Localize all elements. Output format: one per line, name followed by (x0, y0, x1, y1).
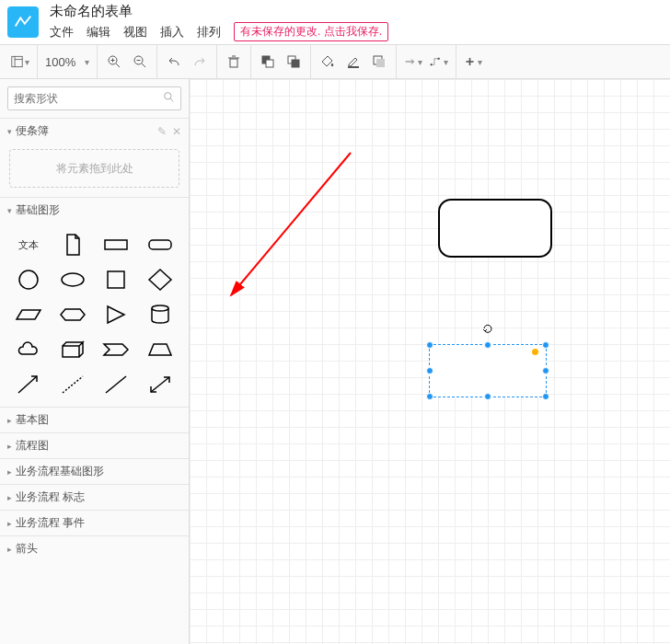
app-logo (7, 6, 39, 38)
resize-handle[interactable] (426, 367, 433, 374)
close-icon[interactable]: ✕ (172, 125, 181, 138)
scratchpad-dropzone[interactable]: 将元素拖到此处 (9, 149, 179, 188)
shape-diamond[interactable] (141, 265, 179, 294)
svg-line-41 (106, 376, 126, 393)
layout-button[interactable]: ▾ (11, 52, 29, 71)
menu-file[interactable]: 文件 (50, 24, 74, 40)
basic-shapes-grid: 文本 (0, 223, 189, 407)
scratchpad-header[interactable]: ▾ 便条簿 ✎ ✕ (0, 118, 189, 144)
shape-hexagon[interactable] (53, 300, 92, 329)
shape-cylinder[interactable] (141, 300, 179, 329)
document-title[interactable]: 未命名的表单 (50, 3, 388, 20)
svg-line-8 (142, 63, 145, 67)
rotate-handle[interactable] (482, 323, 493, 334)
panel-basic-diagram[interactable]: ▸基本图 (0, 407, 189, 432)
svg-point-30 (62, 273, 84, 286)
shape-text[interactable]: 文本 (9, 230, 48, 259)
shape-line[interactable] (98, 370, 136, 399)
resize-handle[interactable] (484, 393, 491, 400)
panel-flowchart[interactable]: ▸流程图 (0, 432, 189, 458)
svg-line-43 (231, 153, 351, 295)
svg-line-40 (63, 376, 83, 393)
edit-icon[interactable]: ✎ (157, 125, 167, 138)
shape-circle[interactable] (9, 265, 48, 294)
svg-marker-38 (149, 344, 171, 355)
annotation-arrow (217, 144, 364, 309)
svg-marker-32 (149, 270, 171, 290)
svg-marker-33 (17, 310, 40, 319)
canvas-shape-selected-rect[interactable] (429, 344, 547, 397)
shape-triangle[interactable] (98, 300, 136, 329)
resize-handle[interactable] (542, 341, 549, 349)
svg-point-22 (438, 58, 440, 60)
svg-line-39 (18, 376, 37, 393)
panel-basic-shapes[interactable]: ▾ 基础图形 (0, 197, 189, 223)
shape-parallelogram[interactable] (9, 300, 48, 329)
panel-arrows[interactable]: ▸箭头 (0, 535, 189, 561)
svg-rect-0 (12, 56, 22, 66)
shape-trapezoid[interactable] (141, 335, 179, 364)
resize-handle[interactable] (426, 393, 433, 400)
zoom-in-icon[interactable] (105, 52, 123, 71)
menu-view[interactable]: 视图 (123, 24, 147, 40)
shape-rounded-rect[interactable] (141, 230, 179, 259)
radius-handle[interactable] (532, 349, 538, 355)
toolbar: ▾ 100%▾ ▾ ▾ ▾ (0, 44, 670, 79)
shape-rectangle[interactable] (98, 230, 136, 259)
shape-page[interactable] (53, 230, 92, 259)
unsaved-notice[interactable]: 有未保存的更改. 点击我保存. (234, 22, 388, 41)
zoom-out-icon[interactable] (131, 52, 149, 71)
svg-rect-31 (108, 271, 124, 288)
delete-icon[interactable] (225, 52, 243, 71)
menu-arrange[interactable]: 排列 (197, 24, 221, 40)
svg-line-42 (151, 377, 169, 392)
menu-bar: 文件 编辑 视图 插入 排列 有未保存的更改. 点击我保存. (50, 22, 388, 41)
line-color-icon[interactable] (344, 52, 363, 71)
search-icon[interactable] (163, 91, 175, 106)
shape-square[interactable] (98, 265, 136, 294)
undo-icon[interactable] (165, 52, 183, 71)
to-front-icon[interactable] (259, 52, 277, 71)
svg-point-29 (19, 270, 38, 289)
resize-handle[interactable] (426, 341, 433, 349)
fill-color-icon[interactable] (318, 52, 337, 71)
svg-rect-10 (230, 59, 237, 67)
svg-rect-16 (292, 60, 299, 67)
shape-double-arrow[interactable] (141, 370, 179, 399)
canvas[interactable] (190, 79, 670, 644)
panel-bp-basic[interactable]: ▸业务流程基础图形 (0, 458, 189, 484)
chevron-down-icon: ▾ (7, 127, 12, 136)
panel-bp-event[interactable]: ▸业务流程 事件 (0, 510, 189, 535)
resize-handle[interactable] (542, 367, 549, 374)
to-back-icon[interactable] (284, 52, 303, 71)
resize-handle[interactable] (542, 393, 549, 400)
shape-cube[interactable] (53, 335, 92, 364)
shadow-icon[interactable] (370, 52, 388, 71)
add-icon[interactable]: ▾ (464, 52, 482, 71)
svg-rect-14 (266, 60, 273, 67)
svg-point-25 (165, 93, 171, 99)
svg-rect-27 (105, 240, 127, 249)
menu-insert[interactable]: 插入 (160, 24, 184, 40)
connection-icon[interactable]: ▾ (404, 52, 422, 71)
zoom-level[interactable]: 100% (45, 55, 75, 69)
svg-line-4 (116, 63, 120, 67)
canvas-shape-rounded-rect[interactable] (438, 199, 552, 258)
resize-handle[interactable] (484, 341, 491, 349)
shape-arrow-line[interactable] (9, 370, 48, 399)
svg-point-21 (431, 63, 433, 65)
chevron-down-icon: ▾ (7, 206, 12, 215)
shape-step[interactable] (98, 335, 136, 364)
redo-icon[interactable] (191, 52, 209, 71)
svg-rect-28 (149, 240, 171, 249)
shape-ellipse[interactable] (53, 265, 92, 294)
svg-marker-35 (108, 306, 124, 323)
search-shapes-input[interactable] (7, 86, 181, 110)
menu-edit[interactable]: 编辑 (87, 24, 110, 40)
shape-cloud[interactable] (9, 335, 48, 364)
svg-rect-19 (376, 59, 385, 67)
svg-line-26 (170, 98, 173, 101)
panel-bp-mark[interactable]: ▸业务流程 标志 (0, 484, 189, 510)
shape-dashed-line[interactable] (53, 370, 92, 399)
waypoints-icon[interactable]: ▾ (430, 52, 448, 71)
